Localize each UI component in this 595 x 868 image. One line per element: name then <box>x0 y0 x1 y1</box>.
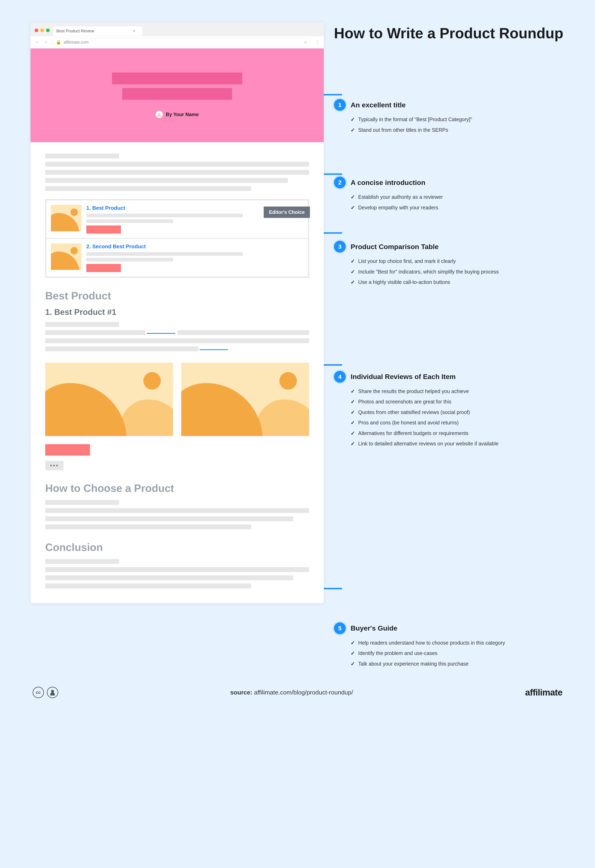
traffic-lights <box>35 28 50 36</box>
close-icon[interactable] <box>35 28 38 32</box>
forward-icon[interactable]: → <box>44 40 48 45</box>
list-item: Link to detailed alternative reviews on … <box>351 440 564 448</box>
list-item: Alternatives for different budgets or re… <box>351 430 564 437</box>
product-image-icon <box>181 363 309 436</box>
address-bar-row: ← → 🔒 affilimate.com ☆ ⋮ <box>31 36 324 49</box>
step-number: 3 <box>334 241 346 252</box>
list-item: Stand out from other titles in the SERPs <box>351 126 564 134</box>
callout-title: Individual Reviews of Each Item <box>351 373 456 381</box>
callout-title: A concise introduction <box>351 179 425 186</box>
item-heading: 1. Best Product #1 <box>45 307 309 317</box>
list-item: List your top choice first, and mark it … <box>351 257 564 265</box>
product-thumb-icon <box>51 244 81 270</box>
callout-title: Buyer's Guide <box>351 624 397 632</box>
browser-window: Best Product Review × ← → 🔒 affilimate.c… <box>31 22 324 603</box>
license-icons: cc <box>32 687 58 698</box>
table-row: 1. Best Product <box>46 201 308 239</box>
product-image-icon <box>45 363 173 436</box>
skeleton-line <box>86 214 243 217</box>
step-number: 4 <box>334 371 346 383</box>
avatar-icon <box>156 111 163 118</box>
callout-title: An excellent title <box>351 101 406 109</box>
skeleton-line <box>45 575 293 580</box>
more-icon[interactable]: ••• <box>45 461 63 470</box>
author-byline: By Your Name <box>156 111 199 118</box>
product-link[interactable]: 2. Second Best Product <box>86 244 303 250</box>
list-item: Typically in the format of "Best [Produc… <box>351 116 564 123</box>
url-text: affilimate.com <box>63 40 89 44</box>
skeleton-line <box>45 508 309 513</box>
skeleton-line <box>45 524 251 529</box>
callout: 5Buyer's Guide Help readers understand h… <box>334 622 564 671</box>
check-list: Share the results the product helped you… <box>334 388 564 448</box>
skeleton-line <box>45 567 309 572</box>
list-item: Identify the problem and use-cases <box>351 650 564 657</box>
step-number: 2 <box>334 177 346 188</box>
list-item: Use a highly visible call-to-action butt… <box>351 278 564 286</box>
cta-button[interactable] <box>86 226 121 233</box>
check-list: List your top choice first, and mark it … <box>334 257 564 286</box>
address-bar[interactable]: 🔒 affilimate.com ☆ <box>52 38 311 46</box>
image-gallery <box>45 363 309 436</box>
list-item: Establish your authority as a reviewer <box>351 193 564 201</box>
list-item: Help readers understand how to choose pr… <box>351 639 564 647</box>
skeleton-line <box>45 322 119 327</box>
callout-title: Product Comparison Table <box>351 243 438 251</box>
step-number: 5 <box>334 622 346 634</box>
cta-button[interactable] <box>45 444 90 456</box>
skeleton-line <box>45 500 119 505</box>
lock-icon: 🔒 <box>56 40 61 44</box>
hero-section: By Your Name <box>31 49 324 142</box>
skeleton-line <box>45 178 288 183</box>
maximize-icon[interactable] <box>46 28 50 32</box>
product-thumb-icon <box>51 205 81 231</box>
check-list: Help readers understand how to choose pr… <box>334 639 564 668</box>
page-title: How to Write a Product Roundup <box>334 24 564 42</box>
skeleton-line <box>45 162 309 167</box>
kebab-menu-icon[interactable]: ⋮ <box>315 40 319 44</box>
section-heading: Best Product <box>45 289 309 302</box>
list-item: Quotes from other satisified reviews (so… <box>351 409 564 416</box>
editors-choice-badge: Editor's Choice <box>264 207 310 218</box>
skeleton-line <box>45 516 293 521</box>
skeleton-line <box>45 170 309 175</box>
table-row: 2. Second Best Product <box>46 239 308 276</box>
inline-link[interactable] <box>147 330 175 334</box>
skeleton-line <box>45 559 119 564</box>
list-item: Talk about your experience making this p… <box>351 660 564 668</box>
skeleton-line <box>45 338 309 343</box>
list-item: Share the results the product helped you… <box>351 388 564 395</box>
footer: cc source: affilimate.com/blog/product-r… <box>31 687 564 698</box>
check-list: Typically in the format of "Best [Produc… <box>334 116 564 134</box>
list-item: Pros and cons (be honest and avoid retur… <box>351 419 564 427</box>
step-number: 1 <box>334 99 346 111</box>
source-line: source: affilimate.com/blog/product-roun… <box>230 689 353 696</box>
skeleton-line <box>45 154 119 158</box>
cc-icon: cc <box>32 687 44 698</box>
close-tab-icon[interactable]: × <box>133 29 136 33</box>
callout: 1An excellent title Typically in the for… <box>334 99 564 137</box>
comparison-table: Editor's Choice 1. Best Product 2. Secon… <box>45 199 309 278</box>
callout: 3Product Comparison Table List your top … <box>334 241 564 289</box>
skeleton-line <box>86 252 243 256</box>
browser-tab[interactable]: Best Product Review × <box>53 26 143 36</box>
callout-column: How to Write a Product Roundup 1An excel… <box>334 22 564 670</box>
back-icon[interactable]: ← <box>35 40 40 45</box>
brand-logo: affilimate <box>525 687 563 698</box>
attribution-icon <box>47 687 58 698</box>
list-item: Include "Best for" indicators, which sim… <box>351 268 564 276</box>
inline-link[interactable] <box>199 347 228 350</box>
callout: 4Individual Reviews of Each Item Share t… <box>334 371 564 450</box>
skeleton-line <box>45 583 251 588</box>
section-heading: Conclusion <box>45 541 309 554</box>
title-placeholder <box>112 72 242 84</box>
tab-title: Best Product Review <box>56 29 94 33</box>
skeleton-line <box>86 258 173 261</box>
minimize-icon[interactable] <box>40 28 44 32</box>
cta-button[interactable] <box>86 264 121 272</box>
callout: 2A concise introduction Establish your a… <box>334 177 564 214</box>
star-icon[interactable]: ☆ <box>304 40 307 44</box>
skeleton-line <box>45 186 251 191</box>
section-heading: How to Choose a Product <box>45 482 309 494</box>
list-item: Photos and screenshots are great for thi… <box>351 398 564 406</box>
